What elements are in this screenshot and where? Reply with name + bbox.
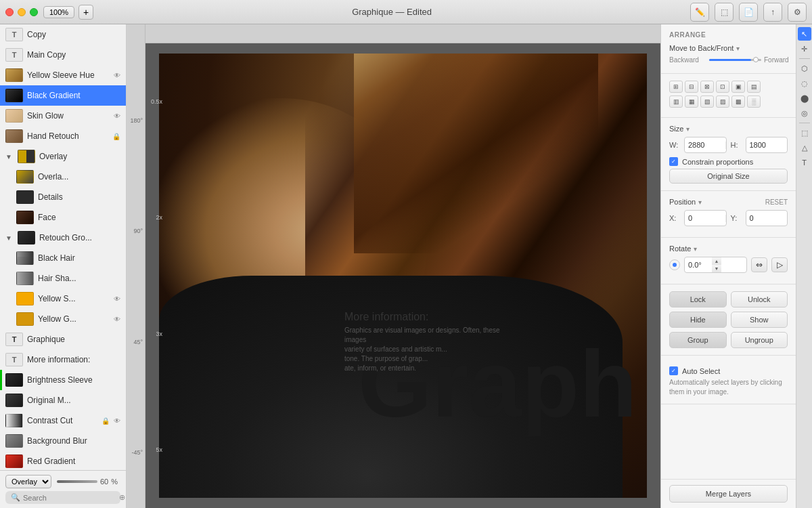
flip-vertical-button[interactable]: ▷: [771, 257, 788, 272]
auto-select-description: Automatically select layers by clicking …: [669, 378, 788, 397]
app-title: Graphique — Edited: [93, 7, 690, 17]
rotate-dot-indicator[interactable]: [669, 259, 680, 270]
ruler-label-90: 90°: [133, 228, 143, 234]
layer-item[interactable]: Overla...: [0, 167, 126, 187]
unlock-button[interactable]: Unlock: [731, 291, 788, 308]
blend-mode-select[interactable]: Overlay Normal Multiply Screen: [5, 475, 51, 488]
minimize-button[interactable]: [18, 8, 26, 16]
search-filter-icon[interactable]: ⊕: [119, 493, 125, 502]
canvas-viewport[interactable]: Graph More information: Graphics are vis…: [145, 43, 660, 508]
search-input[interactable]: [23, 494, 116, 502]
layer-item[interactable]: T Graphique: [0, 329, 126, 350]
align-center-h-button[interactable]: ⊟: [685, 81, 698, 93]
opacity-slider-track[interactable]: [57, 480, 97, 483]
hide-button[interactable]: Hide: [669, 312, 727, 328]
constrain-checkbox[interactable]: ✓: [669, 157, 678, 166]
titlebar-right: ✏️ ⬚ 📄 ↑ ⚙: [690, 3, 807, 22]
y-input[interactable]: [746, 212, 787, 224]
layer-group-item[interactable]: ▼ Overlay: [0, 146, 126, 167]
brush-tool-button[interactable]: ⬡: [798, 62, 811, 75]
layer-item-selected[interactable]: Black Gradient: [0, 85, 126, 106]
select-tool-button[interactable]: ↖: [798, 27, 811, 41]
layer-item[interactable]: T More information:: [0, 350, 126, 370]
show-button[interactable]: Show: [731, 312, 788, 328]
ruler-label-neg45: -45°: [131, 449, 143, 456]
layer-item[interactable]: Hand Retouch 🔒: [0, 126, 126, 146]
eye-icon[interactable]: 👁: [114, 417, 120, 425]
align-center-v-button[interactable]: ▣: [731, 81, 745, 93]
share-button[interactable]: ↑: [763, 3, 782, 22]
ruler-label-45: 45°: [133, 339, 143, 345]
layer-item[interactable]: Background Blur: [0, 431, 126, 451]
group-button[interactable]: Group: [669, 332, 727, 348]
canvas-main[interactable]: Graph More information: Graphics are vis…: [145, 24, 660, 508]
align-5-button[interactable]: ▩: [731, 96, 745, 108]
paint-tool-button[interactable]: ⬤: [798, 91, 811, 105]
align-top-button[interactable]: ⊡: [716, 81, 729, 93]
align-right-button[interactable]: ⊠: [700, 81, 714, 93]
align-3-button[interactable]: ▧: [700, 96, 714, 108]
layer-item[interactable]: T Main Copy: [0, 45, 126, 65]
type-tool-button[interactable]: T: [798, 156, 811, 169]
merge-layers-button[interactable]: Merge Layers: [669, 485, 788, 503]
align-6-button[interactable]: ░: [747, 96, 761, 108]
lock-unlock-row: Lock Unlock: [669, 291, 788, 308]
eraser-tool-button[interactable]: ◌: [798, 77, 811, 90]
crop-tool-button[interactable]: ⬚: [798, 126, 811, 140]
lock-button[interactable]: Lock: [669, 291, 727, 308]
close-button[interactable]: [5, 8, 14, 16]
y-label: Y:: [731, 214, 742, 222]
dist-h-button[interactable]: ▥: [669, 96, 683, 108]
pen-tool-button[interactable]: ✏️: [690, 3, 709, 22]
export-button[interactable]: 📄: [739, 3, 758, 22]
original-size-button[interactable]: Original Size: [669, 169, 788, 184]
eye-icon[interactable]: 👁: [114, 72, 120, 79]
add-tab-button[interactable]: +: [78, 5, 93, 20]
layer-group-item[interactable]: ▼ Retouch Gro...: [0, 228, 126, 248]
width-input[interactable]: [685, 139, 725, 151]
layer-item[interactable]: Yellow Sleeve Hue 👁: [0, 65, 126, 85]
heal-tool-button[interactable]: ◎: [798, 106, 811, 120]
zoom-selector[interactable]: 100%: [43, 6, 74, 18]
layer-item[interactable]: Red Gradient: [0, 451, 126, 470]
rotate-input[interactable]: [685, 259, 712, 271]
x-input[interactable]: [685, 212, 725, 224]
layer-item[interactable]: Yellow G... 👁: [0, 309, 126, 329]
lock-icon: 🔒: [102, 417, 110, 425]
eye-icon[interactable]: 👁: [114, 112, 120, 120]
layer-item[interactable]: Original M...: [0, 390, 126, 410]
h-label: H:: [731, 141, 742, 149]
layer-item[interactable]: Skin Glow 👁: [0, 106, 126, 126]
back-front-slider[interactable]: [709, 59, 761, 61]
width-input-group: px ▲ ▼: [684, 137, 727, 153]
dist-v-button[interactable]: ▦: [685, 96, 698, 108]
auto-select-checkbox[interactable]: ✓: [669, 366, 678, 375]
layer-item[interactable]: Face: [0, 207, 126, 228]
layer-item[interactable]: Brightness Sleeve: [0, 370, 126, 390]
crop-tool-button[interactable]: ⬚: [715, 3, 734, 22]
layer-item[interactable]: Yellow S... 👁: [0, 289, 126, 309]
layers-panel: T Copy T Main Copy Yellow Sleeve Hue 👁 B…: [0, 24, 127, 508]
layer-item[interactable]: Contrast Cut 🔒 👁: [0, 410, 126, 431]
shape-tool-button[interactable]: △: [798, 141, 811, 154]
rotate-decrement[interactable]: ▼: [712, 265, 721, 272]
zoom-button[interactable]: [30, 8, 38, 16]
eye-icon[interactable]: 👁: [114, 316, 120, 323]
menu-button[interactable]: ⚙: [788, 3, 807, 22]
align-4-button[interactable]: ▨: [716, 96, 729, 108]
move-tool-button[interactable]: ✛: [798, 42, 811, 56]
flip-horizontal-button[interactable]: ⇔: [751, 257, 767, 272]
y-unit: px: [787, 215, 788, 222]
align-bottom-button[interactable]: ▤: [747, 81, 761, 93]
layer-item[interactable]: Details: [0, 187, 126, 207]
align-left-button[interactable]: ⊞: [669, 81, 683, 93]
layer-item[interactable]: Hair Sha...: [0, 268, 126, 289]
layer-item[interactable]: Black Hair: [0, 248, 126, 268]
reset-button[interactable]: RESET: [765, 198, 788, 206]
rotate-stepper[interactable]: ▲ ▼: [712, 257, 721, 272]
eye-icon[interactable]: 👁: [114, 295, 120, 303]
ungroup-button[interactable]: Ungroup: [731, 332, 788, 348]
layer-item[interactable]: T Copy: [0, 24, 126, 45]
height-input[interactable]: [746, 139, 787, 151]
rotate-increment[interactable]: ▲: [712, 257, 721, 265]
